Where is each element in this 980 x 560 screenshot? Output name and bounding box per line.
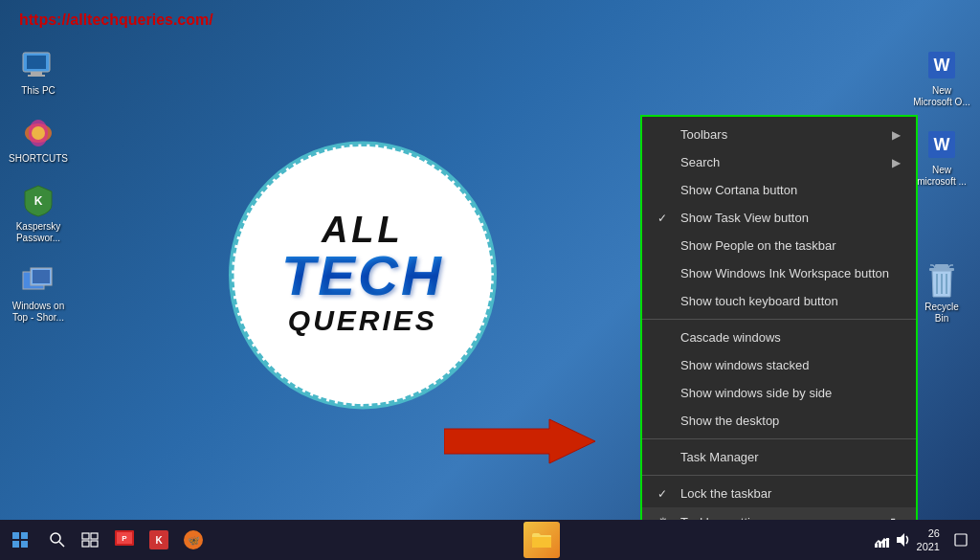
svg-rect-40 [955, 534, 967, 546]
desktop-icon-this-pc[interactable]: This PC [10, 48, 67, 97]
svg-rect-36 [879, 542, 881, 548]
desktop-icon-new-office-2[interactable]: W Newmicrosoft ... [913, 127, 970, 188]
network-icon[interactable] [875, 532, 890, 548]
separator-3 [642, 475, 916, 476]
svg-rect-1 [27, 56, 46, 69]
taskbar-icon-2[interactable]: K [144, 520, 174, 560]
svg-point-11 [233, 145, 493, 405]
context-menu: Toolbars ▶ Search ▶ Show Cortana button … [640, 115, 918, 542]
taskbar: P K 🦋 [0, 520, 980, 560]
svg-rect-37 [882, 540, 885, 548]
notification-icon [954, 533, 968, 547]
kaspersky-icon: K [21, 184, 56, 218]
svg-text:W: W [934, 135, 950, 154]
menu-item-toolbars[interactable]: Toolbars ▶ [642, 121, 916, 148]
taskbar-right-area: 26 2021 [875, 520, 980, 560]
taskbar-pinned-icons: P K 🦋 [109, 520, 209, 560]
task-view-button[interactable] [75, 520, 105, 560]
file-explorer-button[interactable] [523, 522, 560, 558]
arrow-indicator [444, 417, 597, 469]
svg-text:P: P [122, 534, 127, 543]
menu-item-cortana[interactable]: Show Cortana button [642, 176, 916, 204]
arrow-search: ▶ [892, 156, 901, 169]
taskbar-center [209, 522, 875, 558]
center-logo: ALL TECH QUERIES [229, 141, 497, 409]
menu-item-ink[interactable]: Show Windows Ink Workspace button [642, 259, 916, 287]
start-button[interactable] [0, 520, 40, 560]
svg-rect-2 [31, 72, 42, 75]
svg-point-6 [32, 126, 45, 140]
taskbar-time-value: 26 [917, 526, 940, 540]
shortcuts-icon [21, 116, 56, 150]
menu-item-side-by-side[interactable]: Show windows side by side [642, 379, 916, 407]
svg-text:W: W [934, 56, 950, 75]
svg-text:K: K [34, 194, 43, 208]
menu-item-lock-taskbar[interactable]: ✓ Lock the taskbar [642, 480, 916, 507]
svg-rect-26 [82, 541, 89, 547]
svg-rect-10 [33, 270, 50, 283]
logo-circle: ALL TECH QUERIES [229, 141, 497, 409]
svg-marker-39 [897, 533, 904, 547]
menu-item-show-desktop[interactable]: Show the desktop [642, 407, 916, 435]
menu-item-task-manager[interactable]: Task Manager [642, 443, 916, 471]
desktop: https://alltechqueries.com/ This PC [0, 0, 980, 560]
volume-icon[interactable] [896, 532, 911, 548]
url-bar: https://alltechqueries.com/ [19, 11, 213, 29]
separator-2 [642, 438, 916, 439]
windows-on-top-icon [21, 263, 56, 298]
this-pc-icon [21, 48, 56, 82]
new-office-1-icon: W [924, 48, 959, 82]
svg-rect-27 [91, 541, 98, 547]
search-icon [50, 532, 65, 548]
new-office-1-label: NewMicrosoft O... [913, 85, 969, 108]
svg-line-23 [59, 542, 64, 547]
svg-marker-12 [444, 419, 595, 463]
separator-1 [642, 319, 916, 320]
desktop-icon-shortcuts[interactable]: SHORTCUTS [10, 116, 67, 165]
notification-button[interactable] [946, 520, 976, 560]
desktop-icon-new-office-1[interactable]: W NewMicrosoft O... [913, 48, 970, 108]
windows-on-top-label: Windows onTop - Shor... [12, 301, 64, 324]
arrow-toolbars: ▶ [892, 128, 901, 142]
taskbar-clock[interactable]: 26 2021 [917, 526, 940, 554]
svg-text:K: K [155, 535, 163, 546]
task-view-icon [81, 532, 99, 548]
desktop-icon-kaspersky[interactable]: K KasperskyPasswor... [10, 184, 67, 244]
check-task-view: ✓ [657, 212, 673, 225]
menu-item-people[interactable]: Show People on the taskbar [642, 232, 916, 259]
menu-item-search[interactable]: Search ▶ [642, 148, 916, 176]
desktop-icon-recycle-bin[interactable]: RecycleBin [913, 264, 970, 325]
svg-point-22 [51, 533, 60, 543]
menu-item-touch-keyboard[interactable]: Show touch keyboard button [642, 287, 916, 315]
recycle-bin-label: RecycleBin [924, 302, 959, 325]
svg-rect-17 [935, 264, 948, 268]
shortcuts-label: SHORTCUTS [9, 153, 68, 165]
svg-rect-3 [28, 75, 45, 77]
menu-item-stacked[interactable]: Show windows stacked [642, 351, 916, 379]
new-office-2-label: Newmicrosoft ... [917, 165, 967, 188]
taskbar-date-value: 2021 [917, 540, 940, 553]
svg-rect-25 [91, 533, 98, 539]
windows-start-icon [12, 532, 28, 548]
menu-item-cascade[interactable]: Cascade windows [642, 324, 916, 351]
svg-text:🦋: 🦋 [188, 534, 200, 547]
desktop-icon-windows-on-top[interactable]: Windows onTop - Shor... [10, 263, 67, 324]
desktop-icons-left: This PC SHORTCUTS K KasperskyPasswor.. [10, 48, 67, 324]
svg-rect-38 [886, 538, 889, 548]
recycle-bin-icon [924, 264, 959, 299]
kaspersky-label: KasperskyPasswor... [16, 221, 61, 244]
taskbar-search-button[interactable] [40, 520, 75, 560]
desktop-icons-right: W NewMicrosoft O... W Newmicrosoft ... [913, 48, 970, 325]
svg-rect-24 [82, 533, 89, 539]
new-office-2-icon: W [924, 127, 959, 162]
menu-item-task-view[interactable]: ✓ Show Task View button [642, 204, 916, 232]
taskbar-icon-3[interactable]: 🦋 [178, 520, 209, 560]
check-lock-taskbar: ✓ [657, 487, 673, 501]
taskbar-icon-1[interactable]: P [109, 520, 140, 560]
svg-rect-35 [875, 544, 878, 548]
this-pc-label: This PC [21, 85, 56, 97]
folder-icon [531, 531, 552, 549]
